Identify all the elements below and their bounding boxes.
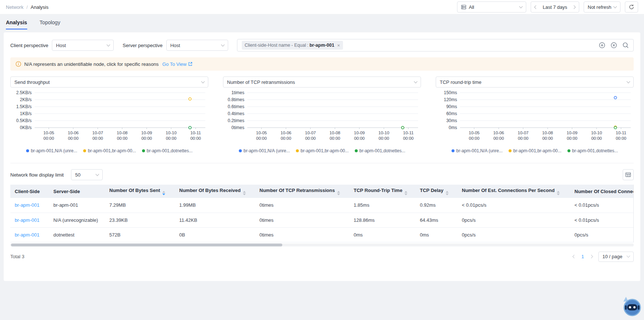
sort-asc-icon — [243, 191, 246, 193]
page-next-icon[interactable] — [590, 255, 593, 259]
cell-est_conn: 0pcs/s — [457, 213, 570, 227]
column-settings-button[interactable] — [623, 169, 634, 180]
chevron-down-icon — [519, 4, 523, 8]
sort-caret-icon[interactable] — [557, 191, 560, 195]
legend-item[interactable]: br-apm-001,br-apm-00... — [509, 148, 562, 153]
x-axis-tick-time: 00:00 — [379, 136, 389, 141]
sort-caret-icon[interactable] — [162, 191, 165, 195]
sort-caret-icon[interactable] — [337, 191, 340, 195]
legend-item[interactable]: br-apm-001,dotnettes... — [567, 148, 618, 153]
data-point — [614, 96, 617, 99]
x-axis-tick-date: 10-11 — [403, 131, 414, 135]
breadcrumb-parent[interactable]: Network — [6, 4, 24, 10]
cell-bytes_received: 0B — [175, 227, 255, 242]
flow-table: Client-SideServer-SideNumber Of Bytes Se… — [10, 185, 634, 242]
legend-dot-icon — [239, 149, 242, 152]
chevron-left-icon[interactable] — [534, 5, 538, 9]
assistant-widget[interactable] — [620, 294, 642, 318]
legend-label: br-apm-001,N/A (unre... — [456, 148, 503, 153]
sort-caret-icon[interactable] — [404, 191, 407, 195]
client-side-link[interactable]: br-apm-001 — [15, 217, 39, 223]
go-to-view-link[interactable]: Go To View — [162, 61, 192, 67]
filter-row: Client perspective Host Server perspecti… — [10, 39, 634, 51]
legend-item[interactable]: br-apm-001,N/A (unre... — [452, 148, 503, 153]
data-point — [614, 127, 617, 129]
column-header-rtt[interactable]: TCP Round-Trip Time — [349, 185, 415, 198]
chevron-down-icon — [627, 79, 630, 83]
x-axis-tick-date: 10-10 — [166, 131, 176, 135]
x-axis-tick-date: 10-07 — [92, 131, 103, 135]
close-circle-icon[interactable] — [611, 42, 617, 49]
legend-item[interactable]: br-apm-001,dotnettes... — [355, 148, 406, 153]
client-perspective-select[interactable]: Host — [52, 40, 114, 51]
client-side-link[interactable]: br-apm-001 — [15, 232, 39, 238]
sort-desc-icon — [162, 193, 165, 195]
tab-topology[interactable]: Topology — [40, 19, 60, 29]
refresh-icon — [629, 4, 634, 10]
legend-item[interactable]: br-apm-001,N/A (unre... — [239, 148, 290, 153]
domain-select-value: All — [469, 4, 517, 10]
x-axis-tick-date: 10-07 — [518, 131, 528, 135]
cell-server: br-apm-001 — [49, 198, 105, 213]
chart-metric-select[interactable]: Send throughput — [10, 77, 208, 88]
legend-item[interactable]: br-apm-001,br-apm-00... — [83, 148, 136, 153]
chart-panel-1: Send throughput2.5KB/s2KB/s1.5KB/s1KB/s0… — [10, 77, 208, 153]
data-point — [189, 127, 191, 129]
column-label: Number Of Closed Connect — [574, 189, 634, 194]
filter-tag: Client-side-Host name - Equal : br-apm-0… — [242, 41, 343, 50]
x-axis-tick-time: 00:00 — [542, 136, 553, 141]
x-axis-tick-date: 10-09 — [567, 131, 577, 135]
legend-item[interactable]: br-apm-001,N/A (unre... — [26, 148, 77, 153]
sort-desc-icon — [446, 193, 449, 195]
y-axis-tick: 30ms — [446, 118, 457, 123]
server-perspective-select[interactable]: Host — [166, 40, 228, 51]
column-header-client: Client-Side — [10, 185, 49, 198]
refresh-button[interactable] — [625, 1, 638, 13]
time-range-value[interactable]: Last 7 days — [543, 4, 567, 10]
filter-search-input[interactable]: Client-side-Host name - Equal : br-apm-0… — [237, 39, 634, 51]
tab-analysis[interactable]: Analysis — [6, 19, 27, 29]
table-row: br-apm-001dotnettest572B0B0times0ms0ms0p… — [10, 227, 634, 242]
legend-dot-icon — [509, 149, 512, 152]
flow-limit-value: 50 — [75, 172, 80, 178]
legend-dot-icon — [26, 149, 29, 152]
plus-circle-icon[interactable] — [599, 42, 605, 49]
column-header-tcp_delay[interactable]: TCP Delay — [415, 185, 457, 198]
chart-panel-2: Number of TCP retransmissions1times0.8ti… — [223, 77, 421, 153]
chevron-down-icon — [96, 172, 99, 176]
page-prev-icon[interactable] — [572, 255, 576, 259]
total-count: Total 3 — [10, 254, 24, 259]
x-axis-tick-time: 00:00 — [305, 136, 316, 141]
page-number[interactable]: 1 — [581, 254, 584, 259]
legend-item[interactable]: br-apm-001,br-apm-00... — [296, 148, 349, 153]
legend-item[interactable]: br-apm-001,dotnettes... — [142, 148, 193, 153]
column-header-bytes_sent[interactable]: Number Of Bytes Sent — [105, 185, 175, 198]
scrollbar-thumb[interactable] — [11, 243, 282, 246]
cell-server: dotnettest — [49, 227, 105, 242]
filter-tag-close-icon[interactable]: × — [337, 43, 340, 48]
x-axis-tick-date: 10-09 — [354, 131, 365, 135]
chart-metric-select[interactable]: Number of TCP retransmissions — [223, 77, 421, 88]
domain-select[interactable]: All — [457, 1, 526, 13]
info-banner: N/A represents an unidentifiable node, c… — [10, 57, 634, 71]
page-size-select[interactable]: 10 / page — [598, 252, 634, 262]
x-axis-tick-date: 10-05 — [256, 131, 267, 135]
info-icon — [15, 61, 21, 67]
x-axis-tick-time: 00:00 — [166, 136, 177, 141]
sort-caret-icon[interactable] — [446, 191, 449, 195]
filter-tag-field: Client-side-Host name - Equal — [245, 43, 306, 48]
cell-rtt: 128.86ms — [349, 213, 415, 227]
refresh-mode-select[interactable]: Not refresh — [584, 1, 620, 13]
column-header-bytes_received[interactable]: Number Of Bytes Received — [175, 185, 255, 198]
search-icon[interactable] — [622, 42, 629, 49]
chevron-right-icon[interactable] — [572, 5, 576, 9]
column-header-retransmissions[interactable]: Number Of TCP Retransmissions — [255, 185, 349, 198]
legend-label: br-apm-001,br-apm-00... — [301, 148, 349, 153]
client-side-link[interactable]: br-apm-001 — [15, 202, 39, 208]
chart-metric-select[interactable]: TCP round-trip time — [436, 77, 634, 88]
x-axis-tick-date: 10-05 — [43, 131, 54, 135]
flow-limit-select[interactable]: 50 — [71, 169, 103, 180]
sort-caret-icon[interactable] — [243, 191, 246, 195]
flow-head: Network flow display limit 50 — [10, 169, 634, 180]
column-header-est_conn[interactable]: Number Of Est. Connections Per Second — [457, 185, 570, 198]
